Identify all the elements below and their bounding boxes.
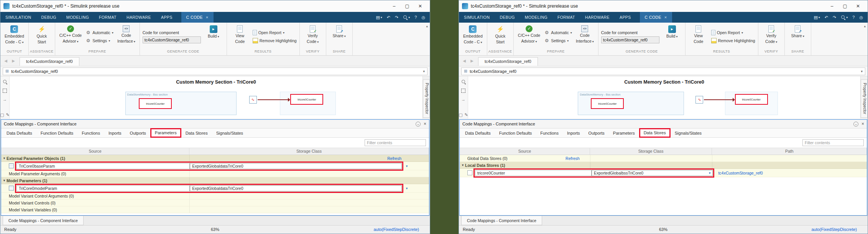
mapping-tab-parameters[interactable]: Parameters (609, 129, 639, 137)
model-breadcrumb[interactable]: ⊞ tc4xCustomStorage_ref0 ▾ (3, 68, 427, 75)
redo-button[interactable]: ↷ (395, 15, 398, 20)
embedded-code-button[interactable]: C Embedded Code - C▾ (462, 24, 484, 49)
mapping-tab-outports[interactable]: Outports (585, 129, 608, 137)
tab-modeling[interactable]: MODELING (61, 12, 94, 23)
mapping-tab-function-defaults[interactable]: Function Defaults (495, 129, 536, 137)
tab-apps[interactable]: APPS (615, 12, 636, 23)
zoom-icon[interactable] (3, 79, 7, 84)
expander-icon[interactable]: ▾ (3, 157, 5, 160)
panel-close-icon[interactable]: × (861, 121, 864, 127)
quick-start-button[interactable]: ⚡ Quick Start (490, 24, 511, 49)
chevron-down-icon[interactable]: ▾ (403, 186, 410, 190)
chevron-down-icon[interactable]: ▾ (861, 69, 863, 73)
table-row[interactable]: tricore0CounterExportedGlobalbssTriCore0… (460, 169, 867, 177)
table-row[interactable]: TriCore0modelParamExportedGlobaldataTriC… (1, 184, 429, 193)
close-tab-icon[interactable]: × (664, 12, 667, 23)
tab-property-inspector[interactable]: Property Inspector (423, 79, 430, 118)
back-icon[interactable]: ◀ (460, 59, 468, 63)
maximize-button[interactable]: ▢ (401, 1, 414, 12)
verify-code-button[interactable]: ✓ Verify Code▾ (761, 24, 782, 49)
search-button[interactable]: ▾ (841, 15, 848, 20)
bottom-tab-code-mappings[interactable]: Code Mappings - Component Interface (461, 216, 542, 225)
tab-hardware[interactable]: HARDWARE (580, 12, 615, 23)
build-button[interactable]: ► Build▾ (662, 24, 682, 49)
undo-button[interactable]: ↶ (387, 15, 390, 20)
signal-block[interactable]: ∿ (695, 96, 703, 104)
code-interface-button[interactable]: <> Code Interface▾ (574, 24, 595, 49)
panel-minimize-icon[interactable]: ⌄ (853, 122, 858, 127)
minimize-button[interactable]: – (825, 1, 838, 12)
code-interface-button[interactable]: <> Code Interface▾ (116, 24, 137, 49)
share-button[interactable]: ↗ Share▾ (787, 24, 808, 49)
shape-icon[interactable]: ▢ (459, 113, 463, 117)
document-tab[interactable]: tc4xCustomStorage_ref0 (20, 57, 79, 66)
shape-icon[interactable]: ▢ (0, 113, 4, 117)
open-report-button[interactable]: Open Report ▾ (711, 30, 755, 35)
table-row[interactable]: ▾Local Data Stores (1) (460, 162, 867, 169)
zoom-icon[interactable] (461, 79, 466, 84)
close-button[interactable]: ✕ (852, 1, 865, 12)
model-breadcrumb[interactable]: ⊞ tc4xCustomStorage_ref0 ▾ (461, 68, 865, 75)
tab-modeling[interactable]: MODELING (520, 12, 552, 23)
table-row[interactable]: TriCore0baseParamExportedGlobaldataTriCo… (1, 162, 429, 170)
automatic-button[interactable]: ⚙ Automatic ▾ (85, 30, 113, 35)
annotation-arrow-icon[interactable]: → (3, 97, 7, 102)
data-store-write-block[interactable]: tricore0Counter (735, 94, 768, 105)
path-link[interactable]: tc4xCustomStorage_ref0 (718, 171, 763, 175)
mapping-tab-data-defaults[interactable]: Data Defaults (3, 129, 36, 137)
chevron-down-icon[interactable]: ▾ (403, 164, 410, 168)
mapping-tab-outports[interactable]: Outports (126, 129, 150, 137)
close-button[interactable]: ✕ (414, 1, 427, 12)
table-row[interactable]: Global Data Stores (0)Refresh (460, 155, 867, 162)
mapping-tab-data-defaults[interactable]: Data Defaults (461, 129, 495, 137)
mapping-tab-signals-states[interactable]: Signals/States (671, 129, 705, 137)
refresh-link[interactable]: Refresh (387, 156, 401, 161)
tab-property-inspector[interactable]: Property Inspector (861, 79, 868, 118)
fit-view-icon[interactable] (461, 89, 465, 93)
filter-contents-input[interactable] (365, 139, 426, 146)
edit-icon[interactable]: ✎ (6, 113, 10, 117)
settings-button[interactable]: ⚙ Settings ▾ (85, 38, 113, 43)
view-code-button[interactable]: View Code (230, 24, 250, 49)
tab-hardware[interactable]: HARDWARE (122, 12, 156, 23)
tab-debug[interactable]: DEBUG (495, 12, 519, 23)
view-code-button[interactable]: View Code (688, 24, 709, 49)
mapping-tab-parameters[interactable]: Parameters (151, 129, 181, 137)
code-advisor-button[interactable]: ✓ C/C++ Code Advisor▾ (58, 24, 83, 49)
mapping-tab-function-defaults[interactable]: Function Defaults (37, 129, 77, 137)
tab-simulation[interactable]: SIMULATION (0, 12, 36, 23)
expander-icon[interactable]: ▾ (462, 163, 464, 167)
tab-format[interactable]: FORMAT (552, 12, 580, 23)
mapping-tab-functions[interactable]: Functions (536, 129, 562, 137)
mapping-tab-inports[interactable]: Inports (563, 129, 584, 137)
back-icon[interactable]: ◀ (2, 59, 10, 63)
tab-apps[interactable]: APPS (156, 12, 178, 23)
mapping-tab-signals-states[interactable]: Signals/States (212, 129, 247, 137)
share-button[interactable]: ↗ Share▾ (329, 24, 350, 49)
bottom-tab-code-mappings[interactable]: Code Mappings - Component Interface (3, 216, 84, 225)
mapping-tab-inports[interactable]: Inports (105, 129, 125, 137)
save-button[interactable]: ▤▾ (814, 15, 820, 20)
automatic-button[interactable]: ⚙ Automatic ▾ (544, 30, 572, 35)
help-button[interactable]: ? (852, 15, 855, 20)
search-button[interactable]: ▾ (403, 15, 410, 20)
minimize-button[interactable]: – (388, 1, 401, 12)
status-solver[interactable]: auto(FixedStepDiscrete) (811, 227, 857, 232)
data-store-memory-block[interactable]: tricore0Counter (591, 98, 624, 109)
mapping-tab-functions[interactable]: Functions (78, 129, 104, 137)
build-button[interactable]: ► Build▾ (203, 24, 224, 49)
signal-block[interactable]: ∿ (249, 96, 257, 104)
collapse-toolstrip-icon[interactable]: ▴ (426, 24, 428, 28)
remove-highlighting-button[interactable]: Remove Highlighting (711, 38, 755, 43)
record-button[interactable]: ◎ (859, 15, 863, 20)
remove-highlighting-button[interactable]: Remove Highlighting (253, 38, 297, 43)
tab-c-code[interactable]: C CODE × (181, 12, 214, 23)
expander-icon[interactable]: ▾ (3, 179, 5, 182)
collapse-toolstrip-icon[interactable]: ▴ (864, 24, 866, 28)
data-store-write-block[interactable]: tricore0Counter (290, 94, 323, 105)
status-solver[interactable]: auto(FixedStepDiscrete) (373, 227, 419, 232)
model-canvas[interactable]: Custom Memory Section - TriCore0 DataSto… (468, 76, 860, 119)
table-row[interactable]: Model Variant Variables (0) (1, 206, 429, 213)
storage-class-dropdown[interactable]: ExportedGlobaldataTriCore0 (190, 185, 402, 191)
tab-c-code[interactable]: C CODE × (640, 12, 672, 23)
